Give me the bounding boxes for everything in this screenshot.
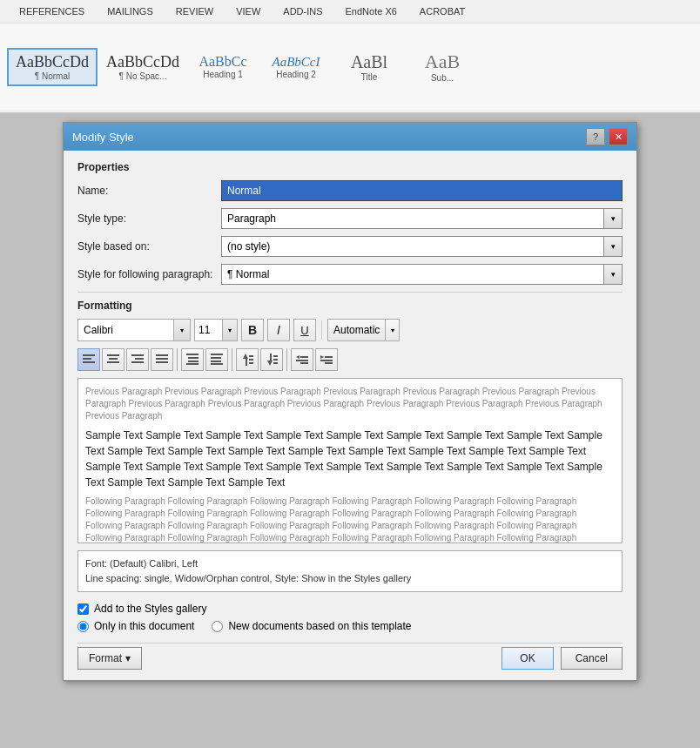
radio-row: Only in this document New documents base…	[77, 620, 623, 632]
color-label: Automatic	[333, 324, 380, 336]
preview-sample-text: Sample Text Sample Text Sample Text Samp…	[85, 428, 615, 490]
svg-marker-29	[267, 361, 273, 366]
style-heading2-label: Heading 2	[276, 70, 316, 79]
italic-button[interactable]: I	[267, 319, 290, 341]
svg-marker-38	[320, 355, 324, 359]
tab-review[interactable]: REVIEW	[165, 3, 224, 19]
tab-endnote[interactable]: EndNote X6	[335, 3, 407, 19]
dialog-overlay: Modify Style ? ✕ Properties Name: Style …	[0, 113, 700, 748]
line-spacing-up-button[interactable]	[236, 348, 259, 371]
dialog-footer: Format ▾ OK Cancel	[77, 643, 623, 670]
svg-rect-32	[273, 359, 278, 361]
font-color-dropdown[interactable]: Automatic ▾	[327, 319, 400, 341]
svg-rect-27	[249, 359, 253, 361]
footer-right: OK Cancel	[501, 647, 623, 670]
align-left-button[interactable]	[77, 348, 100, 371]
svg-rect-20	[211, 354, 223, 355]
svg-rect-33	[273, 362, 278, 364]
align-right-indent-button[interactable]	[205, 348, 228, 371]
style-heading1-text: AaBbCc	[199, 54, 246, 70]
radio-option-document: Only in this document	[77, 620, 194, 632]
font-select[interactable]: Calibri	[77, 319, 191, 341]
style-following-select[interactable]: ¶ Normal	[221, 264, 623, 285]
style-nospace[interactable]: AaBbCcDd ¶ No Spac...	[101, 51, 185, 83]
radio-option-template: New documents based on this template	[212, 620, 411, 632]
dialog-help-button[interactable]: ?	[586, 128, 605, 145]
underline-button[interactable]: U	[293, 319, 316, 341]
bold-button[interactable]: B	[241, 319, 264, 341]
style-heading2[interactable]: AaBbCcI Heading 2	[261, 53, 331, 81]
align-separator-3	[286, 348, 287, 371]
align-justify-button[interactable]	[151, 348, 173, 371]
svg-rect-37	[300, 362, 308, 364]
svg-rect-14	[156, 361, 168, 363]
style-title-label: Title	[361, 72, 378, 82]
size-select-wrapper: 11 ▾	[194, 319, 238, 341]
svg-rect-9	[135, 358, 144, 360]
name-input[interactable]	[221, 180, 623, 201]
style-following-label: Style for following paragraph:	[77, 268, 221, 280]
dialog-close-button[interactable]: ✕	[609, 128, 628, 145]
preview-following-text: Following Paragraph Following Paragraph …	[85, 495, 615, 543]
style-normal-text: AaBbCcDd	[16, 53, 89, 71]
svg-rect-35	[300, 356, 308, 358]
description-line1: Font: (Default) Calibri, Left	[85, 556, 615, 571]
style-following-row: Style for following paragraph: ¶ Normal …	[77, 264, 623, 285]
add-gallery-label: Add to the Styles gallery	[94, 603, 206, 615]
add-gallery-checkbox[interactable]	[77, 603, 89, 615]
style-normal[interactable]: AaBbCcDd ¶ Normal	[7, 48, 98, 86]
style-type-label: Style type:	[77, 212, 221, 225]
size-select[interactable]: 11	[194, 319, 238, 341]
only-document-radio[interactable]	[77, 621, 89, 632]
format-button-label: Format	[89, 652, 122, 664]
add-to-gallery-row: Add to the Styles gallery	[77, 603, 623, 615]
tab-acrobat[interactable]: ACROBAT	[409, 3, 475, 19]
style-sub-text: AaB	[425, 51, 460, 73]
svg-rect-18	[188, 361, 199, 362]
formatting-section-title: Formatting	[77, 300, 623, 312]
align-toolbar	[77, 348, 623, 371]
style-type-select-wrapper: Paragraph ▾	[221, 208, 623, 229]
align-center-button[interactable]	[102, 348, 125, 371]
svg-rect-25	[246, 359, 247, 366]
line-spacing-down-button[interactable]	[260, 348, 283, 371]
svg-rect-5	[109, 358, 118, 360]
svg-rect-4	[107, 354, 119, 356]
new-documents-radio[interactable]	[212, 621, 223, 632]
tab-mailings[interactable]: MAILINGS	[97, 3, 164, 19]
format-button[interactable]: Format ▾	[77, 647, 142, 670]
indent-increase-button[interactable]	[315, 348, 338, 371]
align-left-indent-button[interactable]	[181, 348, 204, 371]
svg-rect-26	[249, 355, 253, 357]
style-title-text: AaBl	[351, 52, 387, 72]
svg-rect-13	[156, 358, 168, 360]
tab-view[interactable]: VIEW	[225, 3, 271, 19]
style-heading2-text: AaBbCcI	[273, 55, 320, 70]
svg-rect-41	[325, 362, 333, 364]
style-sub[interactable]: AaB Sub...	[407, 49, 477, 84]
style-heading1[interactable]: AaBbCc Heading 1	[188, 52, 258, 81]
tab-addins[interactable]: ADD-INS	[273, 3, 333, 19]
cancel-button[interactable]: Cancel	[561, 647, 623, 670]
ok-button[interactable]: OK	[501, 647, 553, 670]
indent-decrease-button[interactable]	[291, 348, 313, 371]
align-separator-1	[177, 348, 178, 371]
style-heading1-label: Heading 1	[203, 70, 243, 79]
svg-rect-36	[296, 360, 308, 361]
svg-rect-39	[325, 356, 333, 358]
svg-rect-40	[320, 360, 333, 361]
style-normal-label: ¶ Normal	[35, 71, 70, 81]
tab-references[interactable]: REFERENCES	[9, 3, 95, 19]
style-based-select[interactable]: (no style)	[221, 236, 623, 257]
style-type-select[interactable]: Paragraph	[221, 208, 623, 229]
dialog-titlebar: Modify Style ? ✕	[64, 123, 636, 151]
svg-rect-17	[188, 357, 199, 359]
dialog-title: Modify Style	[72, 131, 134, 144]
style-sub-label: Sub...	[431, 73, 454, 83]
svg-marker-34	[296, 355, 300, 359]
style-description: Font: (Default) Calibri, Left Line spaci…	[77, 550, 623, 592]
align-right-button[interactable]	[126, 348, 149, 371]
style-following-select-wrapper: ¶ Normal ▾	[221, 264, 623, 285]
style-title[interactable]: AaBl Title	[334, 51, 404, 84]
style-nospace-text: AaBbCcDd	[106, 53, 179, 71]
